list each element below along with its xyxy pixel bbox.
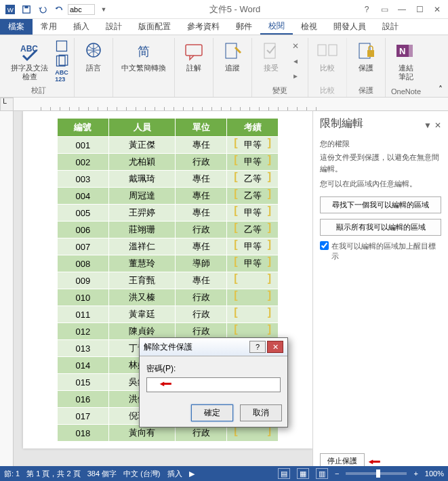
table-cell[interactable]: 002 [58, 154, 109, 171]
word-icon[interactable]: W [3, 2, 18, 17]
thesaurus-icon[interactable] [55, 54, 68, 68]
table-row[interactable]: 006莊翊珊行政[乙等] [58, 222, 279, 238]
table-cell[interactable]: 溫祥仁 [108, 238, 176, 255]
define-icon[interactable] [55, 39, 68, 53]
table-cell[interactable]: 行政 [176, 306, 227, 323]
table-cell[interactable]: 016 [58, 391, 109, 408]
view-web-icon[interactable]: ▥ [316, 468, 328, 479]
dialog-close-icon[interactable]: ✕ [267, 341, 283, 353]
accept-button[interactable]: 接受 [258, 39, 285, 74]
table-cell[interactable]: [甲等] [227, 137, 279, 154]
table-cell[interactable]: 王育甄 [108, 272, 176, 289]
table-cell[interactable]: 洪又榛 [108, 289, 176, 306]
zoom-level[interactable]: 100% [425, 469, 444, 478]
table-cell[interactable]: 專任 [176, 171, 227, 188]
prev-change-icon[interactable]: ◂ [289, 54, 302, 68]
help-icon[interactable]: ? [359, 3, 375, 16]
tab-mailings[interactable]: 郵件 [228, 19, 260, 35]
table-cell[interactable]: 董慧玲 [108, 255, 176, 272]
table-row[interactable]: 003戴珮琦專任[乙等] [58, 171, 279, 188]
table-cell[interactable]: [] [227, 272, 279, 289]
table-cell[interactable]: 013 [58, 340, 109, 357]
tab-insert[interactable]: 插入 [65, 19, 98, 35]
table-row[interactable]: 011黃韋廷行政[] [58, 306, 279, 323]
tab-layout[interactable]: 版面配置 [130, 19, 179, 35]
save-icon[interactable] [19, 2, 34, 17]
table-cell[interactable]: 012 [58, 323, 109, 340]
password-input[interactable] [146, 377, 281, 392]
table-cell[interactable]: 戴珮琦 [108, 171, 176, 188]
table-cell[interactable]: 周冠達 [108, 188, 176, 205]
cancel-button[interactable]: 取消 [240, 404, 282, 421]
table-cell[interactable]: [甲等] [227, 238, 279, 255]
table-cell[interactable]: 專任 [176, 205, 227, 222]
tab-developer[interactable]: 開發人員 [325, 19, 374, 35]
tab-references[interactable]: 參考資料 [179, 19, 228, 35]
table-cell[interactable]: 行政 [176, 289, 227, 306]
table-cell[interactable]: 行政 [176, 222, 227, 238]
horizontal-ruler[interactable] [14, 98, 448, 111]
table-cell[interactable]: 黃正傑 [108, 137, 176, 154]
tab-design[interactable]: 設計 [98, 19, 130, 35]
table-cell[interactable]: 006 [58, 222, 109, 238]
comment-button[interactable]: 註解 [180, 39, 207, 74]
table-cell[interactable]: 007 [58, 238, 109, 255]
table-cell[interactable]: 行政 [176, 154, 227, 171]
compare-button[interactable]: 比較 [314, 39, 341, 74]
onenote-button[interactable]: N連結 筆記 [392, 39, 420, 83]
table-cell[interactable]: 008 [58, 255, 109, 272]
zoom-slider[interactable] [346, 472, 407, 475]
table-row[interactable]: 001黃正傑專任[甲等] [58, 137, 279, 154]
table-cell[interactable]: 專任 [176, 137, 227, 154]
table-row[interactable]: 008董慧玲導師[甲等] [58, 255, 279, 272]
status-page[interactable]: 第 1 頁，共 2 頁 [26, 469, 80, 479]
table-cell[interactable]: 專任 [176, 188, 227, 205]
ribbon-options-icon[interactable]: ▭ [376, 3, 392, 16]
table-cell[interactable]: 001 [58, 137, 109, 154]
tab-review[interactable]: 校閱 [260, 19, 293, 35]
table-cell[interactable]: [甲等] [227, 154, 279, 171]
pane-close-icon[interactable]: ✕ [434, 121, 441, 130]
table-cell[interactable]: 導師 [176, 255, 227, 272]
table-cell[interactable]: 017 [58, 408, 109, 425]
language-button[interactable]: 語言 [80, 39, 107, 74]
table-cell[interactable]: 004 [58, 188, 109, 205]
vertical-ruler[interactable] [0, 111, 14, 477]
pane-menu-icon[interactable]: ▼ [424, 121, 432, 130]
table-cell[interactable]: [乙等] [227, 171, 279, 188]
view-read-icon[interactable]: ▤ [278, 468, 290, 479]
table-cell[interactable]: 專任 [176, 238, 227, 255]
table-cell[interactable]: [] [227, 289, 279, 306]
table-row[interactable]: 004周冠達專任[乙等] [58, 188, 279, 205]
dialog-titlebar[interactable]: 解除文件保護 ? ✕ [140, 338, 287, 356]
table-cell[interactable]: 009 [58, 272, 109, 289]
ok-button[interactable]: 確定 [191, 404, 233, 421]
table-cell[interactable]: 010 [58, 289, 109, 306]
table-cell[interactable]: [] [227, 306, 279, 323]
table-cell[interactable]: 王羿婷 [108, 205, 176, 222]
tracking-button[interactable]: 追蹤 [219, 39, 246, 74]
qat-dropdown-icon[interactable]: ▼ [96, 2, 111, 17]
collapse-ribbon-icon[interactable]: ˄ [436, 82, 445, 97]
status-insert[interactable]: 插入 [167, 469, 182, 479]
table-row[interactable]: 009王育甄專任[] [58, 272, 279, 289]
find-next-region-button[interactable]: 尋找下一個我可以編輯的區域 [320, 196, 441, 213]
table-cell[interactable]: 專任 [176, 272, 227, 289]
table-cell[interactable]: 黃韋廷 [108, 306, 176, 323]
table-cell[interactable]: 011 [58, 306, 109, 323]
undo-icon[interactable] [35, 2, 50, 17]
table-row[interactable]: 005王羿婷專任[甲等] [58, 205, 279, 222]
show-all-regions-button[interactable]: 顯示所有我可以編輯的區域 [320, 219, 441, 236]
spelling-button[interactable]: ABC 拼字及文法 檢查 [8, 39, 51, 83]
zoom-out-icon[interactable]: − [335, 469, 339, 478]
status-section[interactable]: 節: 1 [4, 469, 20, 479]
view-print-icon[interactable]: ▦ [297, 468, 309, 479]
maximize-icon[interactable]: ☐ [411, 3, 428, 16]
table-cell[interactable]: 015 [58, 374, 109, 391]
table-cell[interactable]: 018 [58, 425, 109, 442]
protect-button[interactable]: 保護 [352, 39, 380, 74]
table-row[interactable]: 010洪又榛行政[] [58, 289, 279, 306]
table-cell[interactable]: 003 [58, 171, 109, 188]
highlight-checkbox[interactable] [320, 241, 329, 250]
tab-file[interactable]: 檔案 [0, 19, 33, 35]
